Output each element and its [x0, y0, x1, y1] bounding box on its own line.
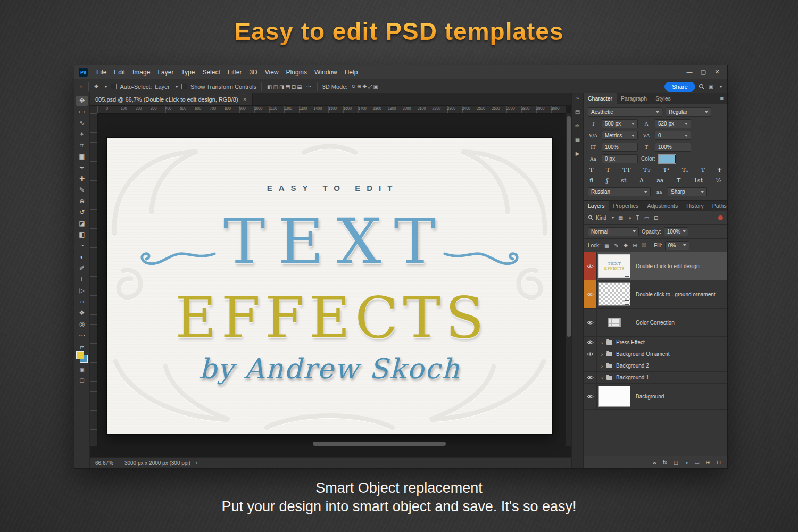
- vertical-scale-field[interactable]: 100%: [602, 143, 638, 152]
- filter-kind-select[interactable]: Kind: [596, 215, 606, 221]
- align-icon[interactable]: ◧: [267, 84, 272, 90]
- ligature-icon[interactable]: ʃ: [606, 177, 609, 184]
- ligature-icon[interactable]: A: [639, 177, 644, 184]
- move-tool-icon[interactable]: ✥: [94, 84, 99, 89]
- ligature-icon[interactable]: 1st: [693, 177, 703, 184]
- panel-strip-icon-3[interactable]: ▦: [575, 137, 580, 143]
- horizontal-scrollbar[interactable]: [97, 441, 566, 446]
- vertical-scrollbar[interactable]: [566, 113, 571, 446]
- text-format-icon[interactable]: T: [589, 167, 594, 173]
- filter-pixel-layers-icon[interactable]: ▦: [617, 215, 624, 221]
- text-format-icon[interactable]: T₁: [681, 167, 689, 173]
- zoom-tool[interactable]: ◎: [76, 319, 88, 329]
- filter-toggle[interactable]: [718, 215, 723, 220]
- auto-select-checkbox[interactable]: [111, 84, 117, 89]
- clone-stamp-tool[interactable]: ⊕: [76, 196, 88, 206]
- text-format-icon[interactable]: Tᴛ: [643, 167, 651, 173]
- text-format-icon[interactable]: T: [605, 167, 610, 173]
- align-icon[interactable]: ⬓: [296, 84, 302, 90]
- expand-chevron-icon[interactable]: ›: [598, 375, 605, 381]
- status-chevron-icon[interactable]: ›: [196, 460, 197, 466]
- blend-mode-select[interactable]: Normal: [588, 227, 639, 236]
- text-format-icon[interactable]: TT: [622, 167, 631, 173]
- menu-plugins[interactable]: Plugins: [282, 69, 311, 76]
- filter-shape-layers-icon[interactable]: ▭: [643, 215, 650, 221]
- hand-tool[interactable]: ❖: [76, 308, 88, 318]
- layer-name[interactable]: Press Effect: [616, 339, 645, 345]
- minimize-button[interactable]: —: [683, 69, 696, 76]
- link-layers-icon[interactable]: ∞: [653, 460, 656, 466]
- lock-all-icon[interactable]: ⚿: [641, 242, 647, 248]
- visibility-eye-icon[interactable]: [587, 292, 594, 297]
- mode-icon[interactable]: ▣: [373, 84, 379, 89]
- vertical-scroll-thumb[interactable]: [567, 116, 571, 337]
- visibility-eye-icon[interactable]: [587, 320, 594, 325]
- panel-menu-icon[interactable]: ≡: [717, 93, 727, 104]
- mode-icon[interactable]: ⤢: [368, 84, 373, 89]
- layer-row-background-2[interactable]: › Background 2: [584, 360, 727, 372]
- workspace-icon[interactable]: ▣: [708, 84, 714, 89]
- fill-field[interactable]: 0%: [665, 241, 689, 250]
- tab-history[interactable]: History: [682, 201, 708, 211]
- tab-character[interactable]: Character: [584, 93, 617, 104]
- show-transform-checkbox[interactable]: [181, 84, 187, 89]
- layer-row-edit-design[interactable]: TEXT EFFECTS Double cLick to edit design: [584, 252, 727, 280]
- visibility-eye-icon[interactable]: [587, 340, 594, 345]
- adjustment-layer-icon[interactable]: [608, 318, 621, 327]
- lock-position-icon[interactable]: ✥: [622, 243, 629, 248]
- frame-tool[interactable]: ▣: [76, 152, 88, 162]
- screen-mode-icon[interactable]: ▢: [79, 377, 84, 383]
- lasso-tool[interactable]: ∿: [76, 118, 88, 128]
- eye-cell-hidden[interactable]: [584, 360, 597, 371]
- baseline-shift-field[interactable]: 0 px: [602, 154, 638, 163]
- layer-name[interactable]: Background Ornament: [616, 351, 670, 357]
- expand-chevron-icon[interactable]: ›: [598, 351, 605, 358]
- menu-image[interactable]: Image: [129, 69, 154, 76]
- opacity-field[interactable]: 100%: [664, 227, 688, 236]
- text-format-icon[interactable]: Ŧ: [717, 167, 722, 173]
- tool-preset-caret-icon[interactable]: [104, 86, 107, 88]
- menu-type[interactable]: Type: [177, 69, 198, 76]
- layer-name[interactable]: Background 2: [616, 363, 649, 369]
- tab-properties[interactable]: Properties: [609, 201, 643, 211]
- adjustment-layer-button-icon[interactable]: ◑: [685, 460, 688, 466]
- mode-icon[interactable]: ⊕: [356, 84, 362, 89]
- tab-paths[interactable]: Paths: [708, 201, 731, 211]
- share-button[interactable]: Share: [664, 82, 695, 92]
- healing-brush-tool[interactable]: ✚: [76, 174, 88, 184]
- more-options-icon[interactable]: ⋯: [306, 84, 312, 89]
- pen-tool[interactable]: ✐: [76, 263, 88, 273]
- filter-kind-caret-icon[interactable]: [611, 217, 614, 219]
- marquee-tool[interactable]: ▭: [76, 107, 88, 117]
- align-icon[interactable]: ◫: [272, 84, 278, 90]
- visibility-eye-icon[interactable]: [587, 264, 594, 269]
- filter-smart-objects-icon[interactable]: ⊡: [653, 215, 659, 221]
- menu-filter[interactable]: Filter: [224, 69, 246, 76]
- menu-help[interactable]: Help: [341, 69, 362, 76]
- home-icon[interactable]: ⌂: [79, 84, 84, 89]
- blur-tool[interactable]: ◔: [76, 241, 88, 251]
- language-select[interactable]: Russian: [588, 187, 651, 196]
- mode-icon[interactable]: ✥: [362, 84, 367, 89]
- document-canvas[interactable]: EASY TO EDIT TEXT EFFECTS by Andrew Skoc…: [107, 138, 552, 434]
- align-icon[interactable]: ⬒: [285, 84, 290, 90]
- kerning-field[interactable]: Metrics: [602, 131, 638, 140]
- layer-name[interactable]: Background 1: [616, 375, 649, 380]
- panel-strip-icon-4[interactable]: ▶: [576, 151, 580, 156]
- visibility-eye-icon[interactable]: [587, 352, 594, 356]
- swap-colors-icon[interactable]: ⇄: [80, 345, 84, 350]
- layer-name[interactable]: Double click to...ground ornament: [636, 292, 716, 297]
- gradient-tool[interactable]: ◧: [76, 230, 88, 240]
- lock-artboard-icon[interactable]: ⊞: [631, 243, 638, 248]
- layer-thumbnail[interactable]: TEXT EFFECTS: [598, 254, 630, 278]
- shape-tool[interactable]: ○: [76, 297, 88, 307]
- visibility-eye-icon[interactable]: [587, 375, 594, 380]
- panel-strip-icon-1[interactable]: ▤: [575, 109, 580, 115]
- auto-select-caret-icon[interactable]: [175, 86, 178, 88]
- font-size-field[interactable]: 500 px: [602, 119, 638, 128]
- new-layer-icon[interactable]: ⊞: [706, 460, 710, 466]
- layer-thumbnail[interactable]: [598, 282, 630, 306]
- menu-view[interactable]: View: [261, 69, 282, 76]
- layer-name[interactable]: Background: [636, 394, 664, 400]
- delete-layer-icon[interactable]: ⊔: [717, 460, 721, 466]
